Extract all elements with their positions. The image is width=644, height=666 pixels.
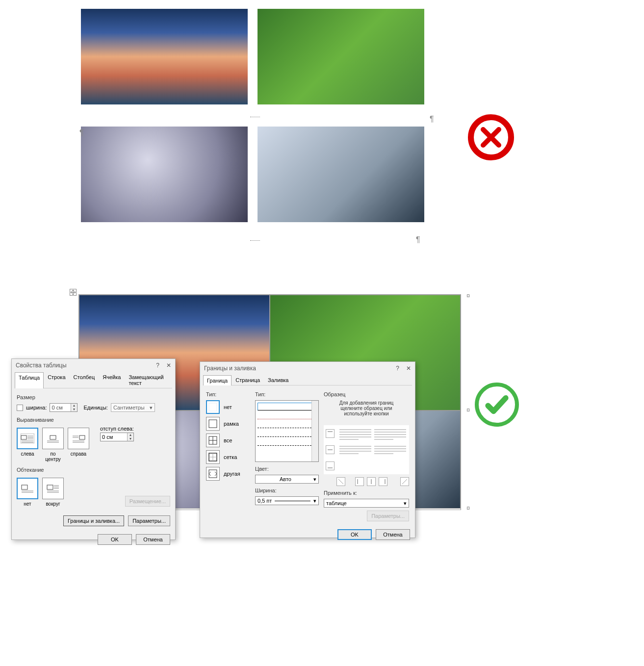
help-icon[interactable]: ?	[396, 365, 399, 372]
align-right-button[interactable]	[68, 428, 89, 449]
pilcrow-icon: ¶	[416, 235, 420, 244]
image-sunset-lake	[81, 9, 248, 104]
setting-custom[interactable]: другая	[206, 467, 250, 481]
apply-to-label: Применить к:	[324, 490, 409, 496]
svg-line-40	[402, 479, 407, 484]
preview-inside-v-border-button[interactable]	[367, 477, 376, 486]
preview-diag-down-button[interactable]	[336, 477, 345, 486]
table-properties-dialog: Свойства таблицы ? ✕ Таблица Строка Стол…	[11, 359, 176, 540]
tab-alt-text[interactable]: Замещающий текст	[125, 372, 172, 388]
style-dashdot[interactable]	[258, 439, 316, 446]
preview-top-border-button[interactable]	[326, 429, 335, 438]
options-button[interactable]: Параметры...	[128, 515, 170, 526]
border-style-list[interactable]	[255, 400, 319, 462]
style-solid[interactable]	[258, 403, 316, 410]
chevron-down-icon: ▾	[150, 405, 153, 411]
borders-shading-button[interactable]: Границы и заливка...	[63, 515, 124, 526]
align-left-label: слева	[17, 451, 38, 462]
cancel-button[interactable]: Отмена	[136, 534, 170, 545]
close-icon[interactable]: ✕	[406, 365, 411, 372]
pilcrow-icon: ¶	[79, 128, 84, 137]
align-right-label: справа	[68, 451, 89, 462]
dialog-title: Свойства таблицы	[16, 362, 67, 369]
apply-to-select[interactable]: таблице▾	[324, 499, 409, 508]
width-label: ширина:	[26, 405, 47, 410]
style-dashed-sm[interactable]	[258, 421, 316, 428]
cancel-button[interactable]: Отмена	[376, 529, 410, 540]
units-select[interactable]: Сантиметры▾	[111, 403, 155, 412]
width-label: Ширина:	[255, 487, 319, 493]
tab-page-border[interactable]: Страница	[232, 375, 264, 385]
image-woman-portrait	[258, 127, 424, 222]
style-dashed[interactable]	[258, 430, 316, 437]
image-butterfly-leaf	[258, 9, 424, 104]
setting-group-label: Тип:	[206, 391, 250, 397]
setting-all[interactable]: все	[206, 434, 250, 447]
tab-row[interactable]: Строка	[44, 372, 69, 388]
svg-rect-15	[22, 485, 27, 489]
tab-table[interactable]: Таблица	[15, 372, 44, 388]
units-label: Единицы:	[83, 405, 107, 410]
preview-diag-up-button[interactable]	[400, 477, 409, 486]
border-color-select[interactable]: Авто▾	[255, 475, 319, 484]
preview-group-label: Образец	[324, 391, 409, 397]
indent-left-label: отступ слева:	[100, 426, 134, 432]
correct-mark-icon	[475, 383, 519, 427]
pilcrow-icon: ¶	[430, 115, 434, 124]
setting-grid[interactable]: сетка	[206, 450, 250, 464]
borders-shading-dialog: Границы и заливка ? ✕ Граница Страница З…	[200, 361, 415, 538]
svg-rect-18	[47, 485, 53, 489]
alignment-group-label: Выравнивание	[17, 417, 170, 423]
end-of-cell-mark-icon: ¤	[466, 504, 470, 512]
end-of-cell-mark-icon: ¤	[466, 406, 470, 413]
svg-rect-24	[209, 403, 217, 411]
options-button: Параметры...	[367, 511, 409, 521]
align-center-button[interactable]	[42, 428, 64, 449]
preview-bottom-border-button[interactable]	[326, 461, 335, 470]
color-label: Цвет:	[255, 466, 319, 472]
preview-inside-h-border-button[interactable]	[326, 445, 335, 454]
scrollbar[interactable]	[311, 401, 318, 461]
preview-right-border-button[interactable]	[379, 477, 387, 486]
close-icon[interactable]: ✕	[166, 362, 171, 369]
ok-button[interactable]: OK	[98, 534, 132, 545]
align-left-button[interactable]	[17, 428, 38, 449]
tab-cell[interactable]: Ячейка	[99, 372, 125, 388]
wrap-none-label: нет	[17, 501, 38, 507]
tab-borders[interactable]: Граница	[203, 375, 232, 385]
svg-line-36	[338, 479, 343, 484]
border-width-select[interactable]: 0,5 пт▾	[255, 496, 319, 505]
chevron-down-icon: ▾	[313, 476, 316, 483]
ok-button[interactable]: OK	[337, 529, 372, 540]
wrap-group-label: Обтекание	[17, 467, 170, 473]
preview-left-border-button[interactable]	[355, 477, 364, 486]
spin-down-icon[interactable]: ▾	[127, 437, 133, 441]
width-checkbox[interactable]	[17, 405, 23, 411]
align-center-label: по центру	[42, 451, 64, 462]
width-spinner[interactable]: ▴▾	[50, 403, 77, 412]
table-move-handle-icon[interactable]	[70, 289, 77, 296]
image-grid-invisible-table	[81, 9, 424, 222]
size-group-label: Размер	[17, 394, 170, 400]
tab-column[interactable]: Столбец	[70, 372, 99, 388]
wrong-mark-icon	[468, 114, 514, 160]
dialog-title: Границы и заливка	[204, 365, 256, 372]
border-preview[interactable]	[324, 425, 409, 474]
chevron-down-icon: ▾	[313, 498, 316, 504]
setting-box[interactable]: рамка	[206, 417, 250, 431]
wrap-around-label: вокруг	[42, 501, 64, 507]
svg-rect-0	[21, 434, 34, 443]
svg-rect-32	[209, 470, 217, 478]
svg-rect-25	[209, 420, 217, 428]
wrap-none-button[interactable]	[17, 478, 38, 499]
style-dotted[interactable]	[258, 412, 316, 419]
help-icon[interactable]: ?	[156, 362, 159, 369]
indent-spinner[interactable]: ▴▾	[100, 433, 134, 441]
spin-down-icon[interactable]: ▾	[71, 408, 77, 411]
style-group-label: Тип:	[255, 391, 319, 397]
end-of-cell-mark-icon: ¤	[466, 292, 470, 299]
setting-none[interactable]: нет	[206, 400, 250, 414]
image-electric-guitar	[81, 127, 248, 222]
wrap-around-button[interactable]	[42, 478, 64, 499]
tab-shading[interactable]: Заливка	[264, 375, 292, 385]
